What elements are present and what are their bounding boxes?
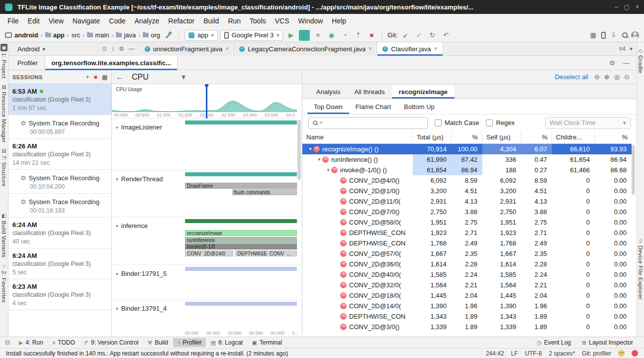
table-row[interactable]: CONV_2D@57/0( 1,667 2.35 1,667 2.35 0 0.… [302, 248, 632, 259]
menu-item[interactable]: Refactor [164, 14, 199, 28]
zoom-in-icon[interactable]: ⊕ [604, 73, 610, 81]
tool-window-switcher-icon[interactable]: ⊟ [2, 339, 13, 346]
breadcrumb-item[interactable]: › main [80, 31, 109, 39]
close-window-icon[interactable]: × [636, 3, 639, 10]
hidden-tabs-icon[interactable]: ≡4 [619, 45, 626, 52]
column-header[interactable]: % [452, 131, 482, 143]
table-row[interactable]: DEPTHWISE_CON 1,768 2.49 1,768 2.49 0 0.… [302, 238, 632, 248]
device-dropdown[interactable]: Google Pixel 3 ▾ [220, 30, 283, 41]
deselect-all-link[interactable]: Deselect all [555, 73, 588, 81]
close-tab-icon[interactable]: × [434, 45, 438, 52]
thread-label[interactable]: ▾ Binder:13791_4 [116, 305, 167, 312]
collapse-all-icon[interactable]: ↕ [111, 45, 114, 52]
search-everywhere-icon[interactable] [622, 32, 629, 39]
tool-stripe-button[interactable]: ◇ Gradle [638, 47, 644, 73]
session-item[interactable]: ⚙ System Trace Recording 00:00:05.897 [8, 115, 111, 139]
profile-button[interactable]: ◔ [339, 30, 350, 41]
menu-item[interactable]: View [44, 14, 68, 28]
column-header[interactable]: % [595, 131, 632, 143]
thread-label[interactable]: ▾ ImageListener [116, 123, 162, 131]
tool-stripe-button[interactable]: ▯ Device File Explorer [638, 238, 644, 300]
table-row[interactable]: CONV_2D@7/0() 2,750 3.88 2,750 3.88 0 0.… [302, 207, 632, 217]
tool-window-button[interactable]: Profiler [173, 338, 206, 347]
status-segment[interactable]: 2 spaces* [549, 350, 575, 357]
tool-stripe-button[interactable]: ◧ Build Variants [1, 213, 7, 257]
table-row[interactable]: CONV_2D@1/0() 3,200 4.51 3,200 4.51 0 0.… [302, 186, 632, 196]
tool-window-button[interactable]: Event Log [533, 338, 575, 347]
analysis-tab[interactable]: recognizeImage [392, 85, 455, 99]
cpu-usage-chart[interactable]: CPU Usage 00.00000.50001.00001.50002.000… [112, 84, 297, 119]
status-segment[interactable]: LF [511, 350, 518, 357]
profiler-session-tab[interactable]: org.tensorflow.lite.examples.classific..… [45, 56, 178, 70]
thread-label[interactable]: ▾ Binder:13791_5 [116, 270, 167, 277]
tool-stripe-button[interactable]: ▨ Resource Manager [1, 84, 7, 143]
table-row[interactable]: invoke@-1/0() () 61,654 86.94 188 0.27 6… [302, 165, 632, 175]
table-row[interactable]: DEPTHWISE_CON 1,343 1.89 1,343 1.89 0 0.… [302, 311, 632, 322]
attach-debugger-button[interactable]: ⇡ [353, 30, 364, 41]
trace-span[interactable]: invoke@-1/0 [185, 243, 297, 249]
trace-span[interactable]: runInference [185, 237, 297, 243]
menu-item[interactable]: VCS [271, 14, 294, 28]
tool-stripe-button[interactable]: ☆ 2: Favorites [1, 263, 7, 303]
filter-input[interactable] [324, 119, 424, 126]
session-item[interactable]: 6:24 AM ⚙ classification (Google Pixel 3… [8, 218, 111, 248]
stop-recording-icon[interactable]: ■ [93, 74, 97, 81]
run-config-dropdown[interactable]: app ▾ [184, 30, 218, 41]
editor-tab[interactable]: LegacyCameraConnectionFragment.java × [234, 42, 377, 56]
git-rollback-button[interactable]: ↶ [441, 30, 452, 41]
table-row[interactable]: CONV_2D@4/0() 6,092 8.59 6,092 8.59 0 0.… [302, 175, 632, 186]
session-item[interactable]: 6:24 AM ⚙ classification (Google Pixel 3… [8, 248, 111, 279]
add-session-icon[interactable]: + [86, 74, 89, 81]
status-segment[interactable]: 244:42 [486, 350, 504, 357]
column-header[interactable]: % [521, 131, 552, 143]
expand-arrow-icon[interactable] [307, 147, 313, 151]
column-header[interactable]: Total (µs) [413, 131, 452, 143]
tool-window-button[interactable]: 4: Run [15, 338, 47, 347]
table-row[interactable]: CONV_2D@40/0( 1,585 2.24 1,585 2.24 0 0.… [302, 269, 632, 280]
table-row[interactable]: CONV_2D@11/0( 2,931 4.13 2,931 4.13 0 0.… [302, 196, 632, 207]
git-update-button[interactable]: ↙ [400, 30, 411, 41]
zoom-to-selection-icon[interactable]: ⊙ [624, 73, 630, 81]
status-segment[interactable]: Git: profiler [582, 350, 611, 357]
breadcrumb-item[interactable]: › src [65, 31, 80, 39]
tool-window-button[interactable]: Build [143, 338, 172, 347]
tool-stripe-button[interactable]: ▤ 7: Structure [1, 147, 7, 187]
column-header[interactable]: Name [302, 131, 413, 143]
breadcrumb-item[interactable]: › java [109, 31, 136, 39]
git-history-button[interactable]: ↻ [427, 30, 438, 41]
menu-item[interactable]: Help [327, 14, 351, 28]
menu-item[interactable]: Tools [245, 14, 271, 28]
timeline-scrollbar[interactable] [297, 120, 301, 180]
trace-span[interactable]: DrawFrame [185, 183, 297, 189]
expand-arrow-icon[interactable] [316, 157, 322, 162]
expand-sessions-icon[interactable]: ▦ [102, 74, 107, 81]
session-item[interactable]: 6:23 AM ⚙ classification (Google Pixel 3… [8, 279, 111, 310]
chevron-down-icon[interactable]: ▾ [630, 45, 633, 52]
column-header[interactable]: Childre... [552, 131, 595, 143]
zoom-out-icon[interactable]: ⊖ [594, 73, 600, 81]
selection-range-marker[interactable] [206, 84, 207, 119]
clock-type-dropdown[interactable]: Wall Clock Time ▾ [545, 117, 631, 129]
table-row[interactable]: CONV_2D@58/0( 1,951 2.75 1,951 2.75 0 0.… [302, 217, 632, 228]
session-item[interactable]: ⚙ System Trace Recording 00:01:16.193 [8, 194, 111, 218]
profile-avatar[interactable] [631, 31, 639, 39]
analysis-subtab[interactable]: Bottom Up [397, 100, 441, 114]
analysis-tab[interactable]: All threads [347, 85, 391, 99]
table-scrollbar[interactable] [632, 145, 635, 195]
build-hammer-icon[interactable] [165, 31, 172, 39]
error-notification-icon[interactable] [632, 350, 638, 357]
analysis-subtab[interactable]: Top Down [307, 100, 349, 114]
thread-label[interactable]: ▾ RenderThread [116, 175, 163, 183]
gear-icon[interactable]: ⚙ [119, 45, 124, 52]
menu-item[interactable]: Window [294, 14, 328, 28]
maximize-window-icon[interactable]: ▢ [624, 3, 630, 10]
menu-item[interactable]: Build [199, 14, 223, 28]
project-view-header[interactable]: Android ▾ [8, 45, 102, 53]
editor-tab[interactable]: Classifier.java × [377, 42, 443, 56]
table-row[interactable]: recognizeImage() () 70,914 100.00 4,304 … [302, 144, 632, 154]
debug-button[interactable]: ◉ [326, 30, 337, 41]
regex-checkbox[interactable] [486, 119, 493, 126]
stop-button[interactable]: ■ [366, 30, 377, 41]
match-case-checkbox[interactable] [435, 119, 442, 126]
editor-tab[interactable]: onnectionFragment.java × [140, 42, 235, 56]
